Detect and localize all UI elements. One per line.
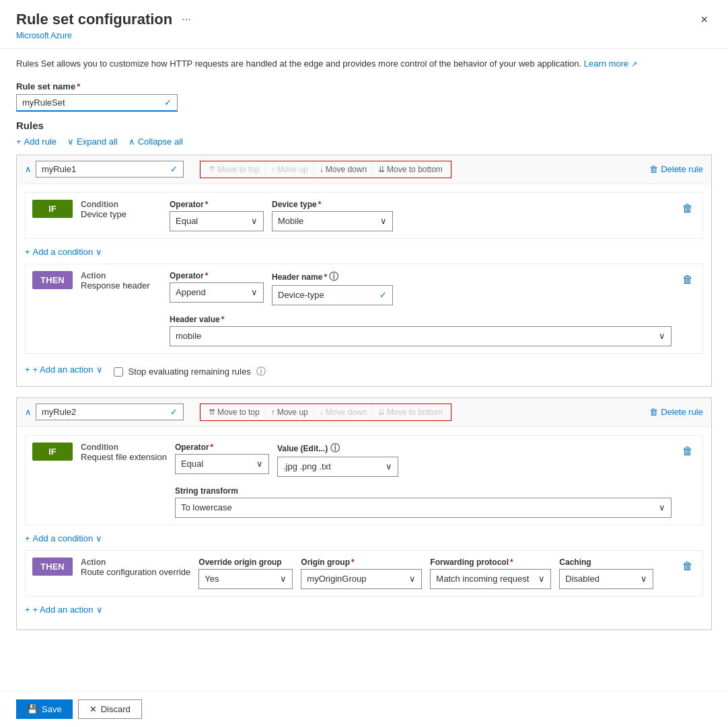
rule1-add-action-button[interactable]: + + Add an action ∨ [25, 365, 103, 375]
rule1-header-name-label: Header name* ⓘ [272, 271, 393, 283]
rule1-name-check: ✓ [170, 164, 178, 174]
rule2-override-origin-label: Override origin group [198, 558, 293, 567]
rule2-body: IF Condition Request file extension Oper… [17, 427, 711, 629]
rule1-header-value-dropdown[interactable]: mobile ∨ [170, 326, 671, 346]
rule2-string-transform-dropdown[interactable]: To lowercase ∨ [175, 498, 671, 518]
rule2-condition-fields: Operator* Equal ∨ Value (Edit...) ⓘ [175, 443, 671, 518]
rule2-caching-dropdown[interactable]: Disabled ∨ [559, 569, 653, 589]
rule1-card: ∧ myRule1 ✓ ⇈ Move to top ↑ Move up [16, 155, 712, 387]
rule1-action-name: Response header [81, 280, 161, 291]
rule2-delete-button[interactable]: 🗑 Delete rule [649, 407, 703, 417]
rule1-header-value-label: Header value* [170, 315, 671, 324]
rule1-stop-eval-checkbox[interactable] [114, 367, 123, 377]
rule2-move-down-button[interactable]: ↓ Move down [314, 406, 372, 418]
rule2-caching-label: Caching [559, 558, 653, 567]
rule1-add-action-plus: + [25, 365, 30, 375]
panel-title: Rule set configuration [16, 11, 172, 28]
rule2-condition-type: Condition [81, 443, 167, 452]
rule2-operator-label: Operator* [175, 443, 269, 452]
rule2-condition-delete-button[interactable]: 🗑 [680, 443, 696, 460]
collapse-all-button[interactable]: ∧ Collapse all [129, 137, 183, 147]
move-down-icon: ↓ [320, 165, 324, 174]
external-link-icon: ↗ [631, 60, 637, 68]
rule1-device-type-label: Device type* [272, 200, 393, 209]
rule2-move-to-top-button[interactable]: ⇈ Move to top [203, 406, 265, 418]
rule2-name-field[interactable]: myRule2 ✓ [36, 404, 184, 420]
add-rule-button[interactable]: + Add rule [16, 137, 57, 147]
discard-button[interactable]: ✕ Discard [78, 699, 142, 719]
rule2-origin-group-chevron: ∨ [409, 574, 416, 584]
rule2-forwarding-protocol-label: Forwarding protocol* [430, 558, 551, 567]
rule1-condition-delete-button[interactable]: 🗑 [680, 200, 696, 217]
rule1-body: IF Condition Device type Operator* Equal [17, 184, 711, 386]
rule1-stop-eval-bar: Stop evaluating remaining rules ⓘ [114, 366, 266, 378]
rule2-add-condition-plus: + [25, 533, 30, 543]
rule2-action-fields: Override origin group Yes ∨ Origin group… [198, 558, 671, 589]
rule2-add-action-button[interactable]: + + Add an action ∨ [25, 605, 103, 615]
ellipsis-button[interactable]: ··· [178, 12, 194, 27]
rule2-add-condition-button[interactable]: + Add a condition ∨ [25, 533, 102, 543]
rule2-operator-dropdown[interactable]: Equal ∨ [175, 454, 269, 474]
rule2-move-up-icon: ↑ [271, 408, 275, 417]
rule2-collapse-icon[interactable]: ∧ [25, 407, 32, 417]
rule2-move-up-button[interactable]: ↑ Move up [265, 406, 314, 418]
rule1-move-up-button[interactable]: ↑ Move up [265, 163, 314, 176]
rule2-string-transform-label: String transform [175, 486, 671, 496]
rule1-operator-chevron: ∨ [251, 216, 258, 226]
rule-set-name-label: Rule set name* [16, 81, 712, 91]
rule1-header-name-check: ✓ [379, 290, 387, 300]
rule2-actions-bar: ⇈ Move to top ↑ Move up ↓ Move down ⇊ [200, 404, 451, 421]
save-button[interactable]: 💾 Save [16, 699, 73, 719]
rule-set-panel: Rule set configuration ··· × Microsoft A… [0, 0, 728, 727]
rule2-header: ∧ myRule2 ✓ ⇈ Move to top ↑ Move up [17, 398, 711, 427]
move-to-bottom-icon: ⇊ [378, 165, 385, 174]
rule2-override-origin-group: Override origin group Yes ∨ [198, 558, 293, 589]
close-button[interactable]: × [696, 11, 712, 28]
rule2-origin-group-group: Origin group* myOriginGroup ∨ [301, 558, 422, 589]
rule1-move-down-button[interactable]: ↓ Move down [314, 163, 372, 176]
rule2-operator-chevron: ∨ [256, 459, 263, 469]
rule2-actions-wrap: ⇈ Move to top ↑ Move up ↓ Move down ⇊ [192, 404, 703, 421]
rule1-action-operator-dropdown[interactable]: Append ∨ [170, 282, 264, 303]
rule1-add-condition-plus: + [25, 247, 30, 257]
expand-all-icon: ∨ [67, 137, 74, 147]
rule1-name-field[interactable]: myRule1 ✓ [36, 161, 184, 178]
rule2-add-action-plus: + [25, 605, 30, 615]
rule1-move-to-bottom-button[interactable]: ⇊ Move to bottom [372, 163, 448, 176]
rule2-move-to-bottom-button[interactable]: ⇊ Move to bottom [372, 406, 448, 418]
rule2-action-delete-button[interactable]: 🗑 [680, 558, 696, 575]
rule1-action-operator-label: Operator* [170, 271, 264, 280]
rule1-operator-label: Operator* [170, 200, 264, 209]
rule2-origin-group-dropdown[interactable]: myOriginGroup ∨ [301, 569, 422, 589]
panel-subtitle: Microsoft Azure [0, 31, 728, 48]
rule1-collapse-icon[interactable]: ∧ [25, 164, 32, 174]
learn-more-link[interactable]: Learn more [584, 59, 628, 69]
rule1-operator-dropdown[interactable]: Equal ∨ [170, 211, 264, 231]
rule-set-name-dropdown[interactable]: myRuleSet ✓ [16, 94, 178, 112]
rule1-device-type-dropdown[interactable]: Mobile ∨ [272, 211, 393, 231]
rule2-value-label: Value (Edit...) ⓘ [277, 443, 398, 455]
expand-all-button[interactable]: ∨ Expand all [67, 137, 118, 147]
rule1-if-block: IF Condition Device type Operator* Equal [25, 192, 703, 239]
rule1-operator-group: Operator* Equal ∨ [170, 200, 264, 231]
rule2-forwarding-protocol-dropdown[interactable]: Match incoming request ∨ [430, 569, 551, 589]
discard-x-icon: ✕ [89, 704, 97, 714]
rule1-condition-name: Device type [81, 209, 161, 219]
rule2-operator-group: Operator* Equal ∨ [175, 443, 269, 477]
rule1-delete-button[interactable]: 🗑 Delete rule [649, 164, 703, 174]
add-rule-plus-icon: + [16, 137, 22, 147]
rule2-override-origin-dropdown[interactable]: Yes ∨ [198, 569, 293, 589]
rule2-if-badge: IF [32, 443, 73, 461]
rule1-action-delete-button[interactable]: 🗑 [680, 271, 696, 289]
rule1-move-to-top-button[interactable]: ⇈ Move to top [203, 163, 265, 176]
rule2-move-down-icon: ↓ [320, 408, 324, 417]
rule1-footer-bar: + + Add an action ∨ Stop evaluating rema… [25, 362, 703, 378]
rule2-value-dropdown[interactable]: .jpg .png .txt ∨ [277, 457, 398, 477]
rule1-condition-fields: Operator* Equal ∨ Device type* [170, 200, 671, 231]
rule1-add-condition-button[interactable]: + Add a condition ∨ [25, 247, 102, 257]
rule2-caching-chevron: ∨ [641, 574, 647, 584]
rule1-header-name-dropdown[interactable]: Device-type ✓ [272, 285, 393, 305]
rule2-string-transform-group: String transform To lowercase ∨ [175, 486, 671, 518]
rule2-condition-name: Request file extension [81, 452, 167, 462]
rule2-action-type: Action [81, 558, 190, 567]
